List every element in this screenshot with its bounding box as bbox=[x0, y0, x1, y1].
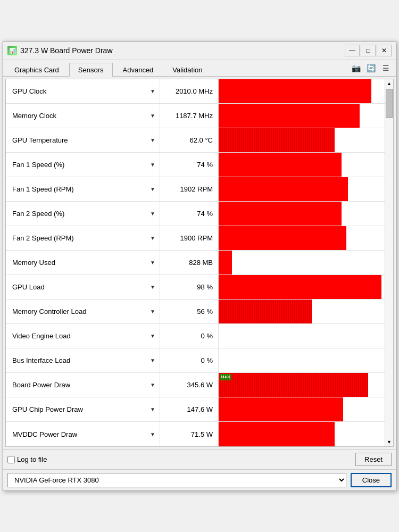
footer-right: Reset bbox=[355, 453, 392, 466]
tab-icons: 📷 🔄 ☰ bbox=[350, 62, 394, 76]
sensor-bar-container: MAX bbox=[219, 373, 385, 397]
sensor-row: Fan 2 Speed (%) ▼ 74 % bbox=[6, 202, 385, 226]
sensor-bar bbox=[219, 177, 348, 201]
sensor-bar bbox=[219, 422, 335, 446]
sensor-bar-container bbox=[219, 348, 385, 372]
sensor-bar-container bbox=[219, 422, 385, 446]
sensor-value: 2010.0 MHz bbox=[160, 79, 219, 103]
sensor-label: Memory Controller Load bbox=[12, 307, 86, 315]
sensor-row: Fan 1 Speed (RPM) ▼ 1902 RPM bbox=[6, 177, 385, 202]
sensor-label: MVDDC Power Draw bbox=[12, 430, 77, 438]
close-button[interactable]: Close bbox=[351, 473, 392, 487]
sensor-bar-container bbox=[219, 275, 385, 299]
sensor-bar: MAX bbox=[219, 373, 368, 397]
sensor-name-col: Fan 1 Speed (%) ▼ bbox=[6, 153, 160, 177]
sensor-name-col: GPU Temperature ▼ bbox=[6, 128, 160, 152]
dropdown-arrow-icon[interactable]: ▼ bbox=[150, 406, 155, 412]
sensor-label: Bus Interface Load bbox=[12, 356, 70, 364]
max-badge: MAX bbox=[220, 374, 231, 380]
scroll-down-arrow[interactable]: ▼ bbox=[387, 438, 392, 446]
sensor-name-col: Memory Used ▼ bbox=[6, 251, 160, 275]
tab-sensors[interactable]: Sensors bbox=[69, 63, 113, 77]
sensor-bar-container bbox=[219, 251, 385, 275]
dropdown-arrow-icon[interactable]: ▼ bbox=[150, 284, 155, 290]
dropdown-arrow-icon[interactable]: ▼ bbox=[150, 186, 155, 192]
sensor-name-col: MVDDC Power Draw ▼ bbox=[6, 422, 160, 446]
sensor-name-col: Memory Controller Load ▼ bbox=[6, 300, 160, 323]
restore-button[interactable]: □ bbox=[361, 45, 376, 56]
camera-icon[interactable]: 📷 bbox=[350, 62, 362, 74]
minimize-button[interactable]: — bbox=[345, 45, 360, 56]
sensor-value: 74 % bbox=[160, 153, 219, 177]
sensor-value: 0 % bbox=[160, 324, 219, 348]
sensor-bar bbox=[219, 79, 371, 103]
refresh-icon[interactable]: 🔄 bbox=[365, 62, 377, 74]
reset-button[interactable]: Reset bbox=[355, 453, 392, 466]
sensor-row: Video Engine Load ▼ 0 % bbox=[6, 324, 385, 348]
scrollbar[interactable]: ▲ ▼ bbox=[385, 79, 393, 446]
dropdown-arrow-icon[interactable]: ▼ bbox=[150, 309, 155, 314]
sensor-row: MVDDC Power Draw ▼ 71.5 W bbox=[6, 422, 385, 446]
dropdown-arrow-icon[interactable]: ▼ bbox=[150, 113, 155, 119]
dropdown-arrow-icon[interactable]: ▼ bbox=[150, 162, 155, 168]
sensor-bar bbox=[219, 226, 346, 250]
sensor-value: 98 % bbox=[160, 275, 219, 299]
dropdown-arrow-icon[interactable]: ▼ bbox=[150, 137, 155, 143]
sensor-bar bbox=[219, 300, 312, 323]
gpu-select[interactable]: NVIDIA GeForce RTX 3080 bbox=[7, 473, 346, 487]
scroll-thumb[interactable] bbox=[386, 89, 393, 118]
sensor-label: Fan 2 Speed (%) bbox=[12, 210, 64, 218]
sensor-name-col: Fan 2 Speed (RPM) ▼ bbox=[6, 226, 160, 250]
menu-icon[interactable]: ☰ bbox=[380, 62, 392, 74]
sensor-bar bbox=[219, 153, 342, 177]
log-to-file-label[interactable]: Log to file bbox=[7, 455, 47, 463]
sensor-label: Memory Clock bbox=[12, 112, 56, 120]
dropdown-arrow-icon[interactable]: ▼ bbox=[150, 333, 155, 339]
sensor-name-col: Memory Clock ▼ bbox=[6, 104, 160, 128]
sensor-name-col: GPU Clock ▼ bbox=[6, 79, 160, 103]
dropdown-arrow-icon[interactable]: ▼ bbox=[150, 88, 155, 94]
sensor-value: 0 % bbox=[160, 348, 219, 372]
sensor-label: Fan 1 Speed (%) bbox=[12, 161, 64, 169]
sensor-bar-container bbox=[219, 79, 385, 103]
sensor-row: GPU Clock ▼ 2010.0 MHz bbox=[6, 79, 385, 104]
sensor-bar-container bbox=[219, 226, 385, 250]
tab-validation[interactable]: Validation bbox=[163, 63, 211, 77]
log-to-file-checkbox[interactable] bbox=[7, 456, 15, 463]
sensor-list: GPU Clock ▼ 2010.0 MHz Memory Clock ▼ 11… bbox=[6, 79, 385, 446]
sensor-name-col: Board Power Draw ▼ bbox=[6, 373, 160, 397]
sensor-value: 1187.7 MHz bbox=[160, 104, 219, 128]
gpu-select-wrapper: NVIDIA GeForce RTX 3080 bbox=[7, 473, 346, 487]
sensor-row: Memory Controller Load ▼ 56 % bbox=[6, 300, 385, 324]
tab-graphics-card[interactable]: Graphics Card bbox=[5, 63, 68, 77]
dropdown-arrow-icon[interactable]: ▼ bbox=[150, 358, 155, 363]
sensor-value: 1902 RPM bbox=[160, 177, 219, 201]
sensor-label: Board Power Draw bbox=[12, 381, 70, 389]
sensor-name-col: GPU Load ▼ bbox=[6, 275, 160, 299]
scroll-up-arrow[interactable]: ▲ bbox=[387, 79, 392, 88]
footer: Log to file Reset bbox=[3, 449, 396, 469]
title-bar-controls: — □ ✕ bbox=[345, 45, 392, 56]
sensor-bar bbox=[219, 202, 342, 226]
sensor-bar-container bbox=[219, 104, 385, 128]
sensor-value: 345.6 W bbox=[160, 373, 219, 397]
sensor-row: Memory Used ▼ 828 MB bbox=[6, 251, 385, 275]
sensor-bar bbox=[219, 128, 335, 152]
sensor-row: GPU Load ▼ 98 % bbox=[6, 275, 385, 300]
dropdown-arrow-icon[interactable]: ▼ bbox=[150, 260, 155, 265]
dropdown-arrow-icon[interactable]: ▼ bbox=[150, 382, 155, 388]
dropdown-arrow-icon[interactable]: ▼ bbox=[150, 431, 155, 437]
sensor-row: Memory Clock ▼ 1187.7 MHz bbox=[6, 104, 385, 128]
sensor-bar bbox=[219, 397, 343, 421]
main-window: 📊 327.3 W Board Power Draw — □ ✕ Graphic… bbox=[3, 41, 396, 491]
sensor-value: 71.5 W bbox=[160, 422, 219, 446]
app-icon: 📊 bbox=[7, 46, 17, 55]
dropdown-arrow-icon[interactable]: ▼ bbox=[150, 211, 155, 217]
sensor-bar bbox=[219, 104, 360, 128]
dropdown-arrow-icon[interactable]: ▼ bbox=[150, 235, 155, 241]
sensor-bar-container bbox=[219, 177, 385, 201]
close-window-button[interactable]: ✕ bbox=[377, 45, 392, 56]
sensor-value: 56 % bbox=[160, 300, 219, 323]
tab-advanced[interactable]: Advanced bbox=[114, 63, 163, 77]
sensor-label: GPU Temperature bbox=[12, 136, 68, 144]
